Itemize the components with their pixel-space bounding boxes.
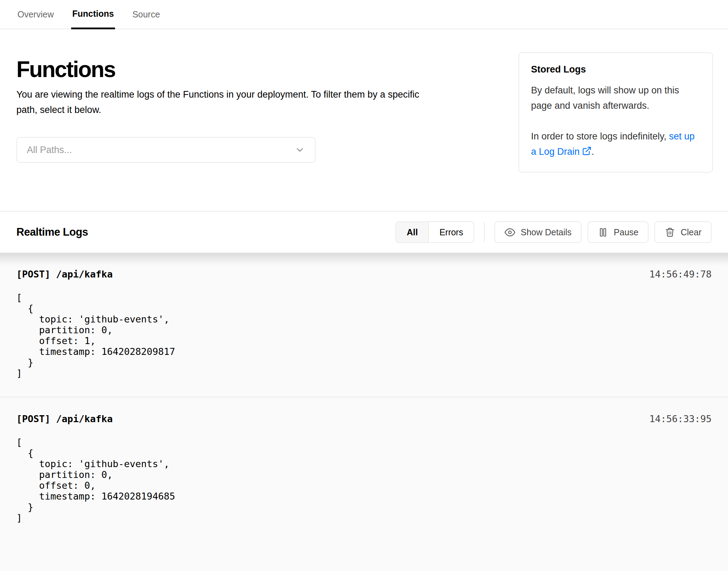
stored-logs-title: Stored Logs xyxy=(531,64,700,75)
tab-functions[interactable]: Functions xyxy=(71,0,115,29)
chevron-down-icon xyxy=(295,145,305,155)
functions-section: Functions You are viewing the realtime l… xyxy=(0,29,728,211)
realtime-logs-toolbar: Realtime Logs All Errors Show Details Pa… xyxy=(0,211,728,253)
page-description: You are viewing the realtime logs of the… xyxy=(16,87,423,117)
filter-all-button[interactable]: All xyxy=(396,222,429,242)
log-entry[interactable]: [POST] /api/kafka 14:56:33:95 [ { topic:… xyxy=(0,397,728,541)
show-details-button[interactable]: Show Details xyxy=(494,221,582,243)
toolbar-divider xyxy=(484,222,485,242)
tab-source[interactable]: Source xyxy=(131,0,161,29)
path-filter-placeholder: All Paths... xyxy=(27,145,72,155)
external-link-icon[interactable] xyxy=(582,146,592,156)
log-entry-header: [POST] /api/kafka 14:56:33:95 xyxy=(16,413,712,424)
log-entry-header: [POST] /api/kafka 14:56:49:78 xyxy=(16,269,712,280)
log-timestamp: 14:56:49:78 xyxy=(649,269,712,280)
log-entry-body: [ { topic: 'github-events', partition: 0… xyxy=(16,437,712,523)
log-entry-body: [ { topic: 'github-events', partition: 0… xyxy=(16,292,712,379)
log-method-path: [POST] /api/kafka xyxy=(16,413,113,424)
realtime-log-stream[interactable]: [POST] /api/kafka 14:56:49:78 [ { topic:… xyxy=(0,253,728,571)
realtime-logs-heading: Realtime Logs xyxy=(16,226,88,238)
stored-logs-link-prefix: In order to store logs indefinitely, xyxy=(531,131,669,142)
stored-logs-link-suffix: . xyxy=(592,146,594,157)
log-filter-segmented-control: All Errors xyxy=(395,221,474,243)
trash-icon xyxy=(665,227,675,238)
stored-logs-text: By default, logs will show up on this pa… xyxy=(531,83,700,113)
tab-overview[interactable]: Overview xyxy=(16,0,55,29)
pause-button[interactable]: Pause xyxy=(587,221,649,243)
log-timestamp: 14:56:33:95 xyxy=(649,413,712,424)
pause-icon xyxy=(598,227,608,238)
log-controls: All Errors Show Details Pause xyxy=(395,221,712,243)
filter-errors-button[interactable]: Errors xyxy=(429,222,473,242)
stored-logs-text-2: In order to store logs indefinitely, set… xyxy=(531,129,700,159)
stored-logs-card: Stored Logs By default, logs will show u… xyxy=(518,52,713,173)
eye-icon xyxy=(505,227,515,238)
deployment-tabbar: Overview Functions Source xyxy=(0,0,728,29)
deployment-functions-page: Overview Functions Source Functions You … xyxy=(0,0,728,571)
pause-label: Pause xyxy=(614,227,638,237)
clear-label: Clear xyxy=(681,227,702,237)
log-entry[interactable]: [POST] /api/kafka 14:56:49:78 [ { topic:… xyxy=(0,253,728,397)
path-filter-select[interactable]: All Paths... xyxy=(16,137,316,163)
log-method-path: [POST] /api/kafka xyxy=(16,269,113,280)
show-details-label: Show Details xyxy=(521,227,571,237)
clear-button[interactable]: Clear xyxy=(654,221,712,243)
